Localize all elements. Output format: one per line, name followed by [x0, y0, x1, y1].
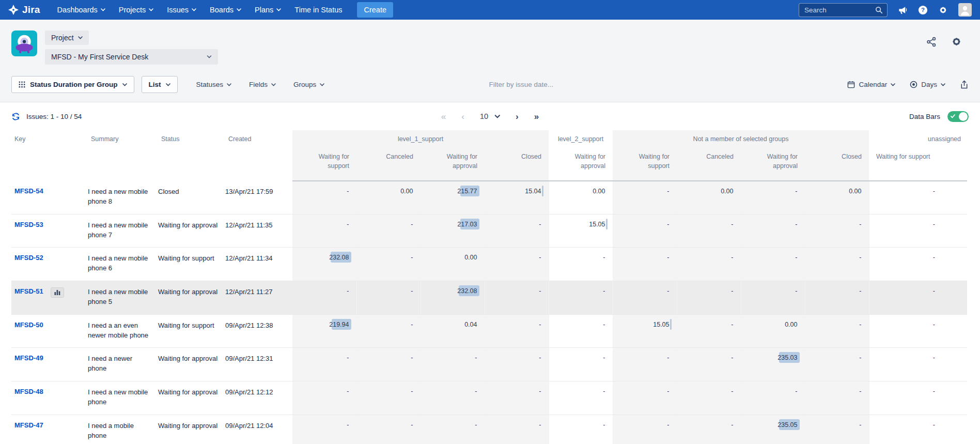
announcements-icon[interactable]	[898, 5, 908, 15]
nav-item-plans[interactable]: Plans	[249, 3, 287, 17]
duration-cell: -	[741, 181, 805, 214]
create-button[interactable]: Create	[357, 2, 393, 18]
refresh-icon[interactable]	[11, 112, 20, 121]
share-icon[interactable]	[926, 36, 937, 48]
duration-cell: -	[613, 214, 677, 248]
chevron-down-icon	[78, 36, 83, 39]
last-page-button[interactable]: »	[534, 112, 539, 121]
column-header-closed-8[interactable]: Closed	[805, 149, 869, 181]
jira-logo[interactable]: Jira	[8, 4, 40, 16]
nav-item-dashboards[interactable]: Dashboards	[52, 3, 111, 17]
duration-cell: -	[485, 214, 549, 248]
row-chart-button[interactable]	[51, 287, 64, 298]
issue-link[interactable]: MFSD-49	[14, 354, 43, 362]
summary-cell: I need a new mobile phone 6	[88, 248, 158, 281]
key-cell: MFSD-52	[11, 248, 88, 281]
duration-cell: -	[805, 314, 869, 348]
duration-cell: -	[677, 248, 741, 281]
page-size-select[interactable]: 10	[480, 112, 500, 120]
time-unit-menu[interactable]: Days	[910, 81, 945, 88]
duration-cell: -	[677, 214, 741, 248]
column-header-canceled-1[interactable]: Canceled	[356, 149, 421, 181]
export-icon[interactable]	[960, 80, 969, 89]
help-icon[interactable]: ?	[918, 5, 928, 15]
menu-groups[interactable]: Groups	[293, 81, 324, 88]
grid-icon	[19, 81, 25, 88]
issue-link[interactable]: MFSD-50	[14, 321, 43, 329]
project-select[interactable]: MFSD - My First Service Desk	[45, 49, 218, 65]
issue-link[interactable]: MFSD-48	[14, 388, 43, 395]
duration-cell: -	[292, 281, 356, 315]
issue-link[interactable]: MFSD-54	[14, 187, 43, 195]
column-header-waiting-for-support-0[interactable]: Waiting for support	[292, 149, 356, 181]
column-header-status[interactable]: Status	[158, 130, 225, 181]
nav-item-boards[interactable]: Boards	[204, 3, 247, 17]
column-header-closed-3[interactable]: Closed	[485, 149, 549, 181]
admin-gear-icon[interactable]	[938, 5, 948, 15]
duration-cell: -	[613, 415, 677, 444]
chevron-down-icon	[271, 83, 276, 86]
nav-item-projects[interactable]: Projects	[113, 3, 159, 17]
issue-row-MFSD-53: MFSD-53I need a new mobile phone 7Waitin…	[11, 214, 967, 248]
first-page-button[interactable]: «	[441, 112, 446, 121]
project-avatar	[11, 30, 37, 56]
duration-cell: 215.77	[421, 181, 485, 214]
duration-cell: -	[677, 415, 741, 444]
chevron-down-icon	[122, 83, 127, 86]
project-scope-button[interactable]: Project	[45, 30, 89, 45]
duration-cell: -	[613, 181, 677, 214]
chevron-down-icon	[101, 8, 105, 11]
column-header-waiting-for-support-9[interactable]: Waiting for support	[869, 149, 967, 181]
issue-link[interactable]: MFSD-47	[14, 421, 43, 429]
issue-date-filter-input[interactable]	[488, 80, 684, 89]
issue-link[interactable]: MFSD-52	[14, 254, 43, 262]
duration-cell: 0.04	[421, 314, 485, 348]
issue-link[interactable]: MFSD-51	[14, 287, 43, 295]
created-cell: 13/Apr/21 17:59	[225, 181, 292, 214]
report-type-button[interactable]: Status Duration per Group	[11, 76, 134, 93]
summary-cell: I need a an even newer mobile phone	[88, 314, 158, 348]
next-page-button[interactable]: ›	[516, 112, 519, 121]
created-cell: 12/Apr/21 11:35	[225, 214, 292, 248]
view-mode-button[interactable]: List	[142, 76, 178, 93]
issue-link[interactable]: MFSD-53	[14, 221, 43, 228]
column-header-key[interactable]: Key	[11, 130, 88, 181]
duration-cell: -	[485, 281, 549, 315]
chevron-down-icon	[320, 83, 324, 86]
settings-gear-icon[interactable]	[951, 36, 962, 48]
duration-cell: -	[869, 181, 967, 214]
duration-cell: -	[869, 381, 967, 415]
report-toolbar: Status Duration per Group List StatusesF…	[11, 76, 969, 93]
column-header-waiting-for-approval-2[interactable]: Waiting for approval	[421, 149, 485, 181]
column-header-waiting-for-approval-4[interactable]: Waiting for approval	[549, 149, 613, 181]
column-header-summary[interactable]: Summary	[88, 130, 158, 181]
search-input[interactable]	[803, 6, 875, 14]
column-header-waiting-for-support-5[interactable]: Waiting for support	[613, 149, 677, 181]
duration-cell: -	[356, 314, 421, 348]
nav-item-time-in-status[interactable]: Time in Status	[289, 3, 348, 17]
menu-fields[interactable]: Fields	[249, 81, 276, 88]
summary-cell: I need a new mobile phone 5	[88, 281, 158, 315]
summary-cell: I need a new mobile phone	[88, 381, 158, 415]
status-cell: Waiting for approval	[158, 415, 225, 444]
calendar-icon	[847, 81, 855, 88]
nav-item-label: Dashboards	[57, 6, 98, 14]
column-header-waiting-for-approval-7[interactable]: Waiting for approval	[741, 149, 805, 181]
duration-cell: -	[485, 348, 549, 381]
prev-page-button[interactable]: ‹	[461, 112, 464, 121]
nav-item-label: Plans	[255, 6, 273, 14]
nav-item-label: Projects	[119, 6, 146, 14]
calendar-menu[interactable]: Calendar	[847, 81, 895, 88]
created-cell: 09/Apr/21 12:38	[225, 314, 292, 348]
navbar-search[interactable]	[799, 3, 888, 17]
duration-cell: -	[869, 415, 967, 444]
duration-cell: -	[549, 314, 613, 348]
user-avatar[interactable]	[958, 3, 972, 17]
column-header-canceled-6[interactable]: Canceled	[677, 149, 741, 181]
column-header-created[interactable]: Created	[225, 130, 292, 181]
duration-cell: -	[485, 415, 549, 444]
view-mode-label: List	[149, 81, 161, 88]
menu-statuses[interactable]: Statuses	[196, 81, 232, 88]
data-bars-toggle[interactable]	[947, 111, 969, 122]
nav-item-issues[interactable]: Issues	[161, 3, 202, 17]
